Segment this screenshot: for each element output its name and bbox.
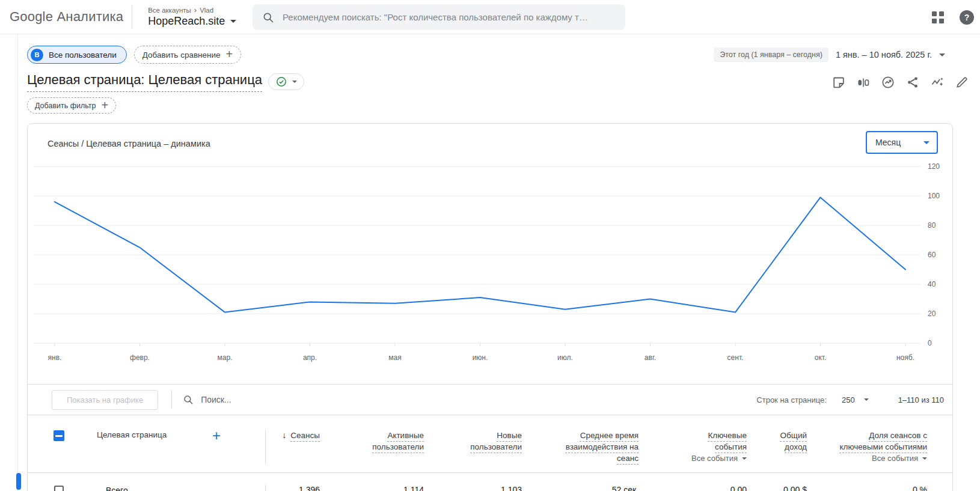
column-header-total-revenue[interactable]: Общий доход bbox=[780, 430, 807, 453]
add-filter-chip[interactable]: Добавить фильтр + bbox=[27, 97, 116, 114]
all-users-segment-chip[interactable]: В Все пользователи bbox=[27, 46, 127, 64]
column-header-session-key-event-rate[interactable]: Доля сеансов с ключевыми событиями bbox=[840, 430, 927, 453]
help-glyph: ? bbox=[964, 13, 970, 22]
add-column-button[interactable]: + bbox=[212, 427, 221, 444]
table-search-placeholder: Поиск... bbox=[201, 395, 231, 404]
plus-icon: + bbox=[102, 99, 109, 111]
show-on-chart-button[interactable]: Показать на графике bbox=[52, 390, 158, 410]
date-caret-icon bbox=[939, 53, 945, 56]
nav-rail bbox=[0, 34, 18, 491]
add-comparison-label: Добавить сравнение bbox=[142, 50, 221, 59]
totals-session-key-event-rate: 0 % bbox=[913, 485, 927, 491]
y-axis-label: 60 bbox=[928, 251, 936, 259]
table-search-input[interactable]: Поиск... bbox=[183, 394, 231, 405]
x-axis-label: июн. bbox=[473, 353, 488, 362]
app-logo: Google Аналитика bbox=[10, 9, 123, 25]
sessions-trend-chart: 020406080100120янв.февр.мар.апр.маяиюн.и… bbox=[28, 157, 952, 364]
x-axis-label: сент. bbox=[727, 353, 744, 362]
x-axis-label: окт. bbox=[815, 353, 827, 362]
totals-new-users: 1 103 bbox=[501, 485, 522, 491]
column-header-key-events[interactable]: Ключевые события bbox=[708, 430, 747, 453]
nav-scrollbar-thumb[interactable] bbox=[16, 473, 21, 490]
report-card: Сеансы / Целевая страница – динамика Мес… bbox=[27, 123, 953, 491]
y-axis-label: 100 bbox=[928, 192, 940, 200]
global-search-input[interactable]: Рекомендуем поискать: "Рост количества п… bbox=[253, 4, 625, 30]
breadcrumb-accounts[interactable]: Все аккаунты bbox=[148, 7, 191, 14]
edit-pencil-icon[interactable] bbox=[955, 75, 969, 90]
column-header-avg-engagement-time[interactable]: Среднее время взаимодействия на сеанс bbox=[566, 430, 639, 464]
select-all-checkbox[interactable] bbox=[54, 430, 64, 441]
totals-total-revenue: 0,00 $ bbox=[783, 485, 807, 491]
rows-per-page-value[interactable]: 250 bbox=[842, 395, 855, 404]
sort-desc-icon[interactable]: ↓ bbox=[282, 430, 286, 441]
segment-bar: В Все пользователи Добавить сравнение + … bbox=[27, 45, 945, 64]
insights-circle-icon[interactable] bbox=[881, 75, 895, 90]
y-axis-label: 120 bbox=[928, 162, 940, 171]
x-axis-label: нояб. bbox=[896, 353, 914, 362]
table-header-row: Целевая страница + ↓ Сеансы Активные пол… bbox=[28, 415, 952, 473]
y-axis-label: 40 bbox=[928, 280, 936, 288]
page-title[interactable]: Целевая страница: Целевая страница bbox=[27, 72, 262, 92]
date-range-label: 1 янв. – 10 нояб. 2025 г. bbox=[836, 50, 932, 59]
pagination-status: 1–110 из 110 bbox=[898, 395, 944, 404]
breadcrumb: Все аккаунты › Vlad bbox=[148, 6, 236, 14]
apps-grid-icon[interactable] bbox=[932, 11, 944, 23]
table-totals-row: Всего 1 396 100 % от общего числа 1 114 … bbox=[28, 473, 952, 491]
account-switcher[interactable]: Все аккаунты › Vlad HopeReach.site bbox=[148, 6, 236, 28]
session-key-event-rate-filter-label: Все события bbox=[872, 454, 918, 463]
x-axis-label: мар. bbox=[218, 353, 233, 362]
column-header-sessions[interactable]: Сеансы bbox=[290, 430, 320, 441]
help-icon[interactable]: ? bbox=[960, 10, 974, 25]
dimension-header[interactable]: Целевая страница bbox=[97, 430, 167, 439]
rows-per-page-caret-icon[interactable] bbox=[864, 398, 869, 401]
totals-active-users: 1 114 bbox=[403, 485, 424, 491]
y-axis-label: 20 bbox=[928, 310, 936, 318]
breadcrumb-account[interactable]: Vlad bbox=[200, 7, 213, 14]
add-filter-label: Добавить фильтр bbox=[35, 102, 96, 110]
totals-key-events: 0,00 bbox=[730, 485, 747, 491]
status-caret-icon bbox=[292, 81, 297, 83]
totals-avg-engagement-time: 52 сек. bbox=[612, 485, 639, 491]
granularity-select[interactable]: Месяц bbox=[866, 131, 938, 154]
x-axis-label: июл. bbox=[557, 353, 573, 362]
report-status-pill[interactable] bbox=[268, 73, 304, 90]
granularity-value: Месяц bbox=[875, 138, 901, 147]
property-name[interactable]: HopeReach.site bbox=[148, 15, 225, 28]
share-icon[interactable] bbox=[905, 75, 920, 90]
x-axis-label: мая bbox=[388, 353, 401, 362]
search-placeholder: Рекомендуем поискать: "Рост количества п… bbox=[283, 12, 588, 22]
segment-badge: В bbox=[31, 49, 43, 61]
add-comparison-chip[interactable]: Добавить сравнение + bbox=[134, 46, 242, 64]
controls-divider bbox=[171, 391, 172, 409]
plus-icon: + bbox=[226, 48, 233, 60]
date-range-picker[interactable]: Этот год (1 января – сегодня) 1 янв. – 1… bbox=[714, 47, 945, 62]
totals-sessions: 1 396 bbox=[299, 485, 320, 491]
session-key-event-rate-filter[interactable]: Все события bbox=[872, 453, 927, 464]
search-icon bbox=[183, 394, 194, 405]
check-circle-icon bbox=[275, 76, 287, 88]
totals-row-label: Всего bbox=[106, 486, 128, 491]
column-header-new-users[interactable]: Новые пользователи bbox=[470, 430, 522, 453]
filter-caret-icon bbox=[922, 457, 927, 460]
x-axis-label: апр. bbox=[303, 353, 317, 362]
date-preset-badge: Этот год (1 января – сегодня) bbox=[714, 47, 828, 62]
notes-icon[interactable] bbox=[831, 75, 846, 90]
column-header-active-users[interactable]: Активные пользователи bbox=[372, 430, 424, 453]
filter-caret-icon bbox=[742, 457, 747, 460]
key-events-filter[interactable]: Все события bbox=[691, 453, 747, 464]
header-divider bbox=[132, 5, 132, 29]
property-caret-icon bbox=[230, 20, 236, 23]
sparkline-insights-icon[interactable] bbox=[930, 75, 945, 90]
comparison-icon[interactable] bbox=[856, 75, 871, 90]
x-axis-label: авг. bbox=[645, 353, 656, 362]
x-axis-label: янв. bbox=[48, 353, 62, 362]
rows-per-page-label: Строк на странице: bbox=[756, 395, 827, 404]
x-axis-label: февр. bbox=[130, 353, 150, 362]
search-icon bbox=[262, 11, 274, 23]
table-controls: Показать на графике Поиск... Строк на ст… bbox=[28, 384, 952, 415]
row-checkbox[interactable] bbox=[54, 486, 64, 491]
chart-title: Сеансы / Целевая страница – динамика bbox=[47, 139, 210, 148]
segment-label: Все пользователи bbox=[49, 50, 117, 59]
select-caret-icon bbox=[923, 141, 929, 144]
y-axis-label: 80 bbox=[928, 221, 936, 230]
